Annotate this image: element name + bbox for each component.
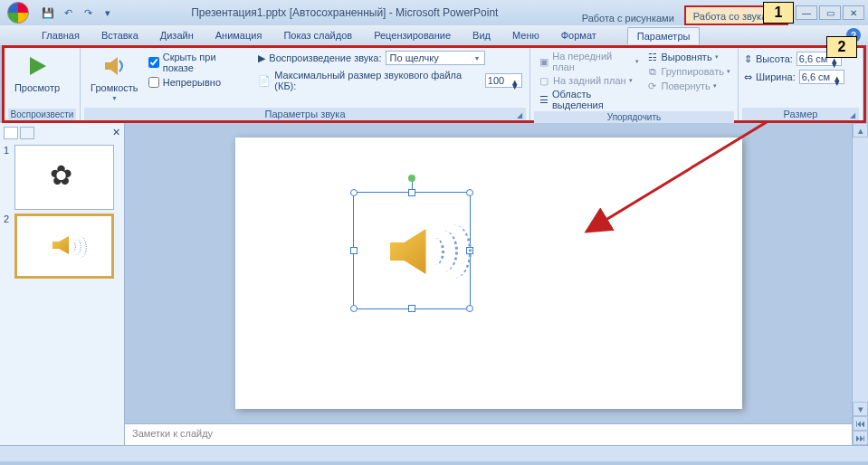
sound-object-icon — [372, 211, 453, 292]
chevron-down-icon: ▾ — [715, 53, 719, 61]
resize-handle[interactable] — [350, 189, 358, 196]
tab-review[interactable]: Рецензирование — [365, 27, 460, 43]
bring-front-label: На передний план — [552, 51, 632, 72]
tab-animation[interactable]: Анимация — [206, 27, 272, 43]
send-to-back-button[interactable]: ▢На задний план▾ — [534, 73, 643, 88]
tab-slideshow[interactable]: Показ слайдов — [274, 27, 361, 43]
slide-panel: ✕ 1 2 — [0, 123, 125, 445]
playback-dropdown[interactable]: По щелчку ▼ — [386, 51, 485, 65]
slide-canvas[interactable] — [235, 138, 742, 409]
max-size-row: 📄 Максимальный размер звукового файла (К… — [254, 69, 526, 92]
slides-tab[interactable] — [4, 127, 18, 139]
hide-during-show-checkbox[interactable]: Скрыть при показе — [145, 50, 252, 75]
resize-handle[interactable] — [350, 305, 358, 312]
scroll-down-button[interactable]: ▾ — [853, 402, 868, 416]
tab-menu[interactable]: Меню — [503, 27, 548, 43]
tab-insert[interactable]: Вставка — [92, 27, 148, 43]
slide-thumbnail-1[interactable] — [14, 145, 114, 210]
restore-button[interactable]: ▭ — [819, 5, 841, 20]
spin-down-icon[interactable]: ▾ — [512, 81, 520, 85]
align-button[interactable]: ☷Выровнять▾ — [643, 50, 735, 64]
prev-slide-button[interactable]: ⏮ — [853, 416, 868, 431]
rotate-icon: ⟳ — [646, 80, 659, 92]
resize-handle[interactable] — [408, 189, 415, 196]
group-sound-options-title: Параметры звука ◢ — [84, 108, 526, 120]
status-bar — [0, 445, 868, 461]
rotate-button[interactable]: ⟳Повернуть▾ — [643, 79, 735, 93]
tab-format[interactable]: Формат — [552, 27, 606, 43]
rotation-handle[interactable] — [408, 175, 415, 182]
dialog-launcher-icon[interactable]: ◢ — [848, 110, 857, 119]
width-value: 6,6 см — [802, 71, 830, 82]
undo-button[interactable]: ↶ — [60, 5, 76, 21]
hide-checkbox-input[interactable] — [148, 57, 159, 68]
thumbnail-1-row: 1 — [4, 145, 120, 210]
height-icon: ⇕ — [744, 53, 752, 65]
tab-view[interactable]: Вид — [463, 27, 500, 43]
align-icon: ☷ — [646, 51, 659, 63]
contextual-tab-group: Работа с рисунками Работа со звуками — [574, 0, 788, 25]
max-size-label: Максимальный размер звукового файла (КБ)… — [274, 70, 482, 91]
resize-handle[interactable] — [466, 305, 473, 312]
height-value: 6,6 см — [799, 53, 827, 64]
minimize-button[interactable]: — — [796, 5, 817, 20]
loop-checkbox[interactable]: Непрерывно — [145, 75, 252, 90]
bring-to-front-button[interactable]: ▣На передний план▾ — [534, 50, 643, 73]
group-sound-options: Громкость ▼ Скрыть при показе Непрерывно… — [81, 48, 530, 120]
svg-marker-1 — [105, 57, 118, 75]
group-size-title: Размер ◢ — [742, 108, 859, 120]
volume-button[interactable]: Громкость ▼ — [84, 50, 145, 103]
next-slide-button[interactable]: ⏭ — [853, 431, 868, 445]
outline-tab[interactable] — [20, 127, 34, 139]
tab-home[interactable]: Главная — [33, 27, 89, 43]
selected-object[interactable] — [353, 192, 471, 309]
qat-customize-button[interactable]: ▾ — [100, 5, 116, 21]
tab-design[interactable]: Дизайн — [151, 27, 203, 43]
spin-down-icon[interactable]: ▾ — [835, 77, 842, 81]
save-button[interactable]: 💾 — [40, 5, 56, 21]
slide-thumbnail-2[interactable] — [14, 214, 114, 279]
panel-close-icon[interactable]: ✕ — [112, 127, 120, 139]
thumbnail-2-row: 2 — [4, 214, 120, 279]
preview-button[interactable]: Просмотр — [8, 50, 66, 95]
ribbon-tabs: Главная Вставка Дизайн Анимация Показ сл… — [0, 25, 868, 45]
selection-pane-label: Область выделения — [552, 89, 639, 110]
close-button[interactable]: ✕ — [843, 5, 864, 20]
resize-handle[interactable] — [408, 305, 415, 312]
width-icon: ⇔ — [744, 71, 752, 83]
group-play-title: Воспроизвести — [8, 109, 76, 120]
svg-marker-0 — [30, 57, 46, 75]
notes-placeholder: Заметки к слайду — [132, 428, 213, 439]
vertical-scrollbar[interactable]: ▴ ▾ ⏮ ⏭ — [852, 123, 868, 445]
group-button[interactable]: ⧉Группировать▾ — [643, 64, 735, 79]
size-title-label: Размер — [784, 109, 818, 119]
width-spinner[interactable]: 6,6 см ▴▾ — [799, 70, 844, 84]
spin-down-icon[interactable]: ▾ — [832, 59, 839, 63]
group-arrange: ▣На передний план▾ ▢На задний план▾ ☰Обл… — [530, 48, 739, 120]
window-controls: — ▭ ✕ — [796, 5, 864, 20]
resize-handle[interactable] — [350, 247, 358, 254]
tab-parameters[interactable]: Параметры — [627, 27, 701, 44]
max-size-spinner[interactable]: 100 ▴▾ — [485, 73, 522, 88]
bring-front-icon: ▣ — [538, 55, 549, 68]
slideshow-icon: ▶ — [258, 52, 265, 64]
office-button[interactable] — [2, 0, 34, 25]
dialog-launcher-icon[interactable]: ◢ — [515, 110, 524, 119]
notes-pane[interactable]: Заметки к слайду — [125, 423, 852, 445]
chevron-down-icon: ▾ — [629, 77, 633, 84]
tab-picture-tools[interactable]: Работа с рисунками — [574, 8, 682, 25]
slide-number-2: 2 — [4, 214, 13, 279]
volume-icon — [100, 52, 129, 81]
chevron-down-icon: ▾ — [635, 58, 639, 65]
scroll-up-button[interactable]: ▴ — [853, 123, 868, 138]
slide-number-1: 1 — [4, 145, 13, 210]
selection-pane-button[interactable]: ☰Область выделения — [534, 88, 643, 111]
redo-button[interactable]: ↷ — [80, 5, 96, 21]
send-back-label: На задний план — [553, 75, 626, 86]
playback-label: Воспроизведение звука: — [269, 52, 381, 63]
playback-value: По щелчку — [390, 52, 439, 63]
send-back-icon: ▢ — [538, 74, 550, 87]
group-play: Просмотр Воспроизвести — [5, 48, 81, 120]
loop-checkbox-input[interactable] — [148, 77, 159, 88]
resize-handle[interactable] — [466, 189, 473, 196]
